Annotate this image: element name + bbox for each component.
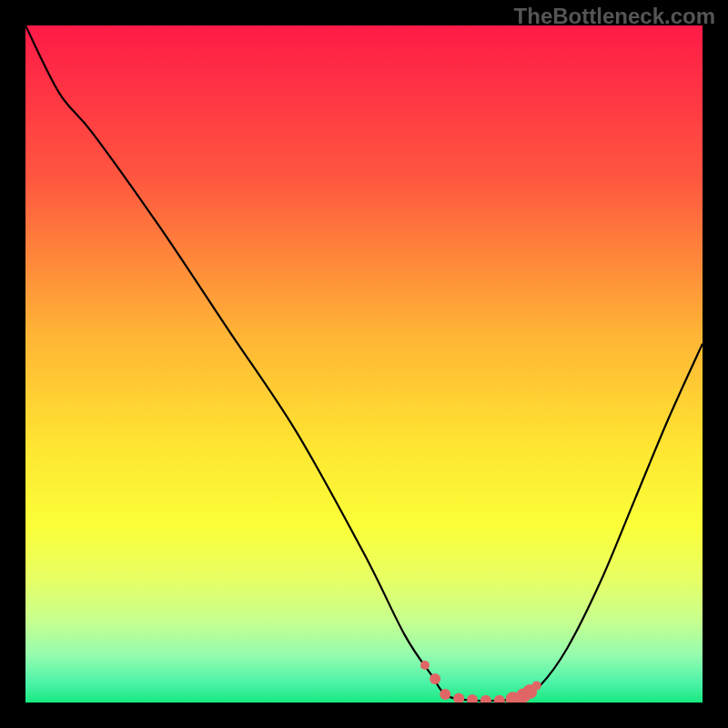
bottleneck-curve xyxy=(25,25,703,701)
highlight-dot xyxy=(480,695,491,703)
watermark-label: TheBottleneck.com xyxy=(514,4,715,29)
highlight-dot xyxy=(494,695,505,703)
plot-area xyxy=(25,25,703,703)
highlight-dot xyxy=(453,693,464,703)
curve-layer xyxy=(25,25,703,703)
chart-frame: TheBottleneck.com xyxy=(0,0,728,728)
highlight-dots xyxy=(420,661,541,703)
highlight-dot xyxy=(440,689,450,700)
highlight-dot xyxy=(420,661,430,670)
highlight-dot xyxy=(430,673,440,684)
highlight-dot xyxy=(532,681,541,690)
highlight-dot xyxy=(467,694,478,703)
